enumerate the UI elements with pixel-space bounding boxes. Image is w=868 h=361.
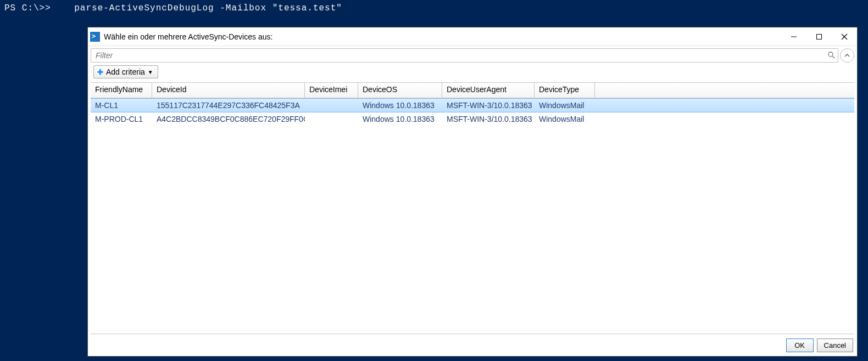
cell-spacer [595, 112, 854, 127]
svg-line-5 [832, 56, 834, 58]
col-header-friendlyname[interactable]: FriendlyName [91, 83, 152, 98]
titlebar[interactable]: Wähle ein oder mehrere ActiveSync-Device… [88, 27, 857, 46]
cell-friendlyname: M-PROD-CL1 [91, 112, 152, 127]
powershell-icon [90, 32, 100, 42]
svg-rect-1 [817, 34, 822, 39]
cell-deviceid: 155117C2317744E297C336FC48425F3A [152, 99, 305, 112]
maximize-button[interactable] [806, 28, 832, 46]
cell-deviceuseragent: MSFT-WIN-3/10.0.18363 [442, 112, 535, 127]
ok-button[interactable]: OK [786, 339, 814, 352]
window-title: Wähle ein oder mehrere ActiveSync-Device… [104, 32, 781, 41]
search-icon[interactable] [827, 51, 835, 60]
col-header-deviceos[interactable]: DeviceOS [358, 83, 442, 98]
cell-deviceimei [305, 112, 358, 127]
filter-input[interactable] [91, 48, 838, 63]
grid-header: FriendlyName DeviceId DeviceImei DeviceO… [91, 83, 854, 98]
cell-devicetype: WindowsMail [535, 112, 595, 127]
chevron-down-icon: ▼ [148, 69, 153, 75]
powershell-console: PS C:\>> parse-ActiveSyncDebugLog -Mailb… [0, 0, 868, 361]
col-header-deviceuseragent[interactable]: DeviceUserAgent [442, 83, 535, 98]
col-header-deviceimei[interactable]: DeviceImei [305, 83, 358, 98]
gridview-dialog: Wähle ein oder mehrere ActiveSync-Device… [87, 27, 858, 357]
dialog-footer: OK Cancel [88, 335, 857, 356]
col-header-devicetype[interactable]: DeviceType [535, 83, 595, 98]
close-button[interactable] [832, 28, 857, 46]
cell-deviceimei [305, 99, 358, 112]
grid-body[interactable]: M-CL1155117C2317744E297C336FC48425F3AWin… [91, 98, 854, 334]
col-header-spacer [595, 83, 854, 98]
table-row[interactable]: M-PROD-CL1A4C2BDCC8349BCF0C886EC720F29FF… [91, 112, 854, 127]
cell-deviceid: A4C2BDCC8349BCF0C886EC720F29FF0C [152, 112, 305, 127]
col-header-deviceid[interactable]: DeviceId [152, 83, 305, 98]
cell-deviceuseragent: MSFT-WIN-3/10.0.18363 [442, 99, 535, 112]
collapse-filter-button[interactable] [840, 48, 854, 63]
filter-toolbar: ✚ Add criteria ▼ [88, 46, 857, 82]
add-criteria-label: Add criteria [106, 67, 145, 76]
device-grid: FriendlyName DeviceId DeviceImei DeviceO… [91, 82, 854, 334]
cell-spacer [595, 99, 854, 112]
console-command-line: PS C:\>> parse-ActiveSyncDebugLog -Mailb… [0, 0, 868, 16]
cell-friendlyname: M-CL1 [91, 99, 152, 112]
cell-deviceos: Windows 10.0.18363 [358, 99, 442, 112]
minimize-button[interactable] [781, 28, 806, 46]
table-row[interactable]: M-CL1155117C2317744E297C336FC48425F3AWin… [91, 98, 854, 112]
svg-point-4 [828, 52, 833, 57]
plus-icon: ✚ [97, 68, 103, 76]
cell-devicetype: WindowsMail [535, 99, 595, 112]
cell-deviceos: Windows 10.0.18363 [358, 112, 442, 127]
cancel-button[interactable]: Cancel [817, 339, 853, 352]
add-criteria-button[interactable]: ✚ Add criteria ▼ [93, 65, 158, 78]
